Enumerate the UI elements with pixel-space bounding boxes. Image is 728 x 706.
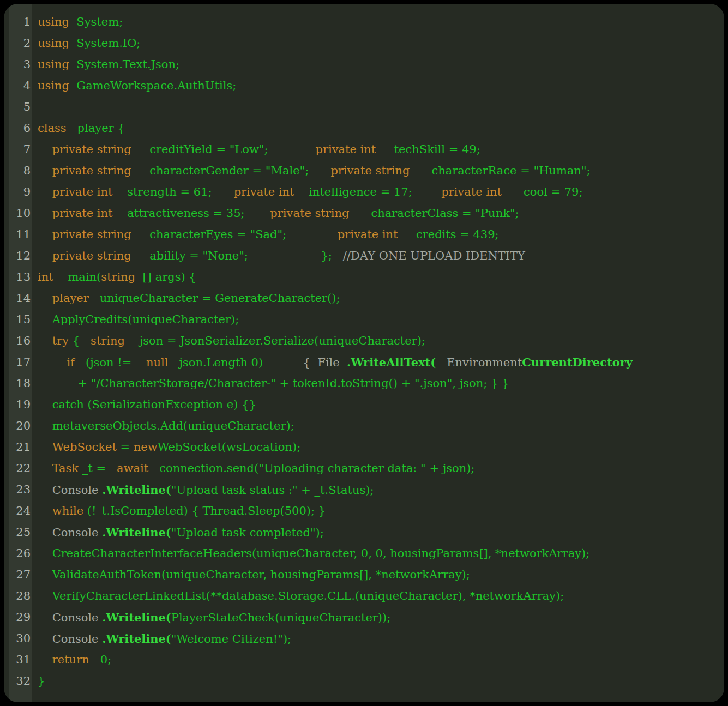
code-token: CreateCharacterInterfaceHeaders(uniqueCh… — [38, 547, 589, 560]
code-text: using System; — [31, 11, 724, 33]
code-token: private string — [38, 249, 131, 262]
code-text: Console .Writeline(PlayerStateCheck(uniq… — [31, 607, 724, 628]
code-token: .Writeline( — [102, 611, 171, 624]
line-number: 28 — [4, 586, 31, 607]
line-number: 32 — [4, 671, 31, 692]
code-token: { File — [263, 356, 347, 369]
code-token: Console — [38, 526, 102, 539]
line-number: 19 — [4, 394, 31, 415]
code-text: Task _t = await connection.send("Uploadi… — [31, 458, 724, 479]
code-line: 29 Console .Writeline(PlayerStateCheck(u… — [4, 607, 724, 628]
code-token: int — [38, 270, 53, 283]
code-line: 11 private string characterEyes = "Sad";… — [4, 224, 724, 245]
code-text: private string characterGender = "Male";… — [31, 160, 724, 182]
code-editor[interactable]: 1using System;2using System.IO;3using Sy… — [4, 4, 724, 702]
line-number: 9 — [4, 182, 31, 203]
code-token: //DAY ONE UPLOAD IDENTITY — [332, 249, 525, 262]
code-token: System; — [69, 15, 123, 28]
code-token: new — [134, 441, 158, 454]
code-token: characterGender = "Male"; — [131, 164, 309, 177]
code-line: 14 player uniqueCharacter = GenerateChar… — [4, 288, 724, 309]
code-text: player uniqueCharacter = GenerateCharact… — [31, 288, 724, 309]
code-line: 2using System.IO; — [4, 33, 724, 54]
code-token: .WriteAllText( — [347, 355, 436, 369]
line-number: 7 — [4, 139, 31, 160]
code-text: } — [31, 671, 724, 692]
line-number: 12 — [4, 245, 31, 267]
code-line: 24 while (!_t.IsCompleted) { Thread.Slee… — [4, 500, 724, 522]
code-text: private int strength = 61; private int i… — [31, 182, 724, 203]
line-number: 14 — [4, 288, 31, 309]
code-area[interactable]: 1using System;2using System.IO;3using Sy… — [4, 4, 724, 702]
code-line: 18 + "/CharacterStorage/Character-" + to… — [4, 373, 724, 394]
code-token: characterRace = "Human"; — [410, 164, 590, 177]
code-line: 17 if (json != null json.Length 0) { Fil… — [4, 352, 724, 373]
code-token: while — [38, 504, 83, 517]
code-token: = — [117, 441, 134, 454]
code-line: 23 Console .Writeline("Upload task statu… — [4, 479, 724, 500]
line-number: 4 — [4, 75, 31, 96]
code-line: 5 — [4, 96, 724, 118]
code-token: .Writeline( — [102, 632, 171, 645]
code-token: player — [38, 292, 89, 305]
code-line: 26 CreateCharacterInterfaceHeaders(uniqu… — [4, 543, 724, 564]
code-token: .Writeline( — [102, 483, 171, 497]
code-line: 1using System; — [4, 11, 724, 33]
code-text: catch (SerializationException e) {} — [31, 394, 724, 415]
line-number: 31 — [4, 649, 31, 671]
code-token: "Upload task completed"); — [171, 526, 324, 539]
line-number: 3 — [4, 54, 31, 75]
code-line: 6class player { — [4, 118, 724, 139]
code-token: credits = 439; — [398, 228, 499, 241]
code-text: ApplyCredits(uniqueCharacter); — [31, 309, 724, 330]
code-text — [31, 96, 724, 118]
code-token: "Upload task status :" + _t.Status); — [171, 484, 374, 497]
code-token: Console — [38, 484, 102, 497]
line-number: 26 — [4, 543, 31, 564]
line-number: 6 — [4, 118, 31, 139]
code-token: } — [38, 674, 45, 687]
code-line: 4using GameWorkspace.AuthUtils; — [4, 75, 724, 96]
code-token: private int — [38, 207, 113, 220]
code-token: creditYield = "Low"; — [131, 143, 268, 156]
code-token: private int — [212, 185, 294, 198]
code-token: catch (SerializationException e) {} — [38, 398, 256, 411]
line-number: 11 — [4, 224, 31, 245]
code-token: WebSocket — [38, 441, 117, 454]
code-token: string — [101, 270, 135, 283]
code-line: 13int main(string [] args) { — [4, 267, 724, 288]
code-line: 8 private string characterGender = "Male… — [4, 160, 724, 182]
line-number: 8 — [4, 160, 31, 182]
line-number: 27 — [4, 564, 31, 586]
code-line: 9 private int strength = 61; private int… — [4, 182, 724, 203]
code-token: ValidateAuthToken(uniqueCharacter, housi… — [38, 568, 470, 581]
code-token: player { — [67, 122, 125, 135]
code-token: uniqueCharacter = GenerateCharacter(); — [89, 292, 340, 305]
code-line: 7 private string creditYield = "Low"; pr… — [4, 139, 724, 160]
code-text: class player { — [31, 118, 724, 139]
line-number: 5 — [4, 96, 31, 118]
code-token: intelligence = 17; — [294, 185, 412, 198]
code-text: try { string json = JsonSerializer.Seria… — [31, 330, 724, 352]
code-token: private string — [309, 164, 410, 177]
code-token: return — [38, 653, 89, 666]
code-token: PlayerStateCheck(uniqueCharacter)); — [171, 611, 391, 624]
code-line: 3using System.Text.Json; — [4, 54, 724, 75]
code-token: techSkill = 49; — [376, 143, 480, 156]
code-token: characterEyes = "Sad"; — [131, 228, 287, 241]
code-line: 30 Console .Writeline("Welcome Citizen!"… — [4, 628, 724, 649]
code-token: [] args) { — [135, 270, 196, 283]
line-number: 16 — [4, 330, 31, 352]
line-number: 15 — [4, 309, 31, 330]
code-token: Console — [38, 632, 102, 645]
code-token: using — [38, 79, 69, 92]
code-token: string — [91, 334, 125, 347]
code-line: 12 private string ability = "None"; }; /… — [4, 245, 724, 267]
code-token: 0; — [89, 653, 111, 666]
line-number: 17 — [4, 352, 31, 373]
code-text: using System.Text.Json; — [31, 54, 724, 75]
code-token: ability = "None"; — [131, 249, 248, 262]
code-token: if — [38, 356, 75, 369]
code-token: json = JsonSerializer.Serialize(uniqueCh… — [125, 334, 425, 347]
code-text: ValidateAuthToken(uniqueCharacter, housi… — [31, 564, 724, 586]
